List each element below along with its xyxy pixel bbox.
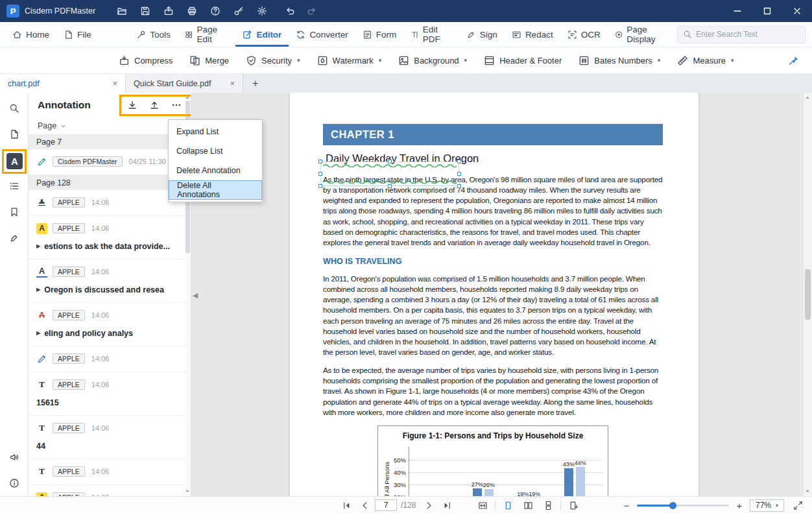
fit-width-button[interactable] [475, 497, 490, 513]
previous-page-button[interactable] [357, 497, 372, 513]
watermark-button[interactable]: Watermark▾ [309, 55, 390, 66]
menu-item-ocr[interactable]: OCR [560, 22, 608, 47]
selection-handle[interactable] [457, 184, 461, 188]
print-icon[interactable] [185, 4, 199, 18]
menu-item-collapse-list[interactable]: Collapse List [169, 141, 262, 161]
page-export-view-button[interactable] [566, 497, 581, 513]
collapse-panel-handle[interactable]: ◀ [191, 285, 199, 305]
annotation-list-item[interactable]: A APPLE 14:06 ▶estions to ask the data p… [29, 216, 191, 259]
redo-icon[interactable] [304, 4, 318, 18]
menu-item-tools[interactable]: Tools [129, 22, 178, 47]
tab-quick-start-guide-pdf[interactable]: Quick Start Guide.pdf × [125, 74, 243, 93]
bates-numbers-button[interactable]: Bates Numbers▾ [570, 55, 669, 66]
zoom-out-button[interactable]: − [622, 500, 631, 511]
menu-item-file[interactable]: File [56, 22, 99, 47]
document-scrollbar-thumb[interactable] [805, 269, 811, 320]
annotation-list-item[interactable]: T APPLE 14:06 15615 [29, 372, 191, 416]
zoom-slider[interactable] [637, 505, 729, 507]
selection-handle[interactable] [318, 184, 322, 188]
close-tab-icon[interactable]: × [112, 78, 117, 88]
selection-handle[interactable] [388, 160, 392, 163]
settings-gear-icon[interactable] [255, 4, 269, 18]
next-page-button[interactable] [421, 497, 436, 513]
annotation-list-item[interactable]: APPLE 14:06 [29, 346, 191, 372]
tab-chart-pdf[interactable]: chart.pdf × [0, 74, 125, 93]
expand-triangle-icon[interactable]: ▶ [36, 330, 40, 336]
zoom-level-select[interactable]: 77% ▾ [750, 499, 784, 512]
continuous-scroll-view-button[interactable] [540, 497, 556, 513]
annotation-list-item[interactable]: T APPLE 14:06 [29, 459, 191, 485]
new-tab-button[interactable]: + [243, 74, 267, 93]
open-file-icon[interactable] [115, 4, 129, 18]
scroll-down-arrow[interactable] [185, 490, 189, 494]
background-button[interactable]: Background▾ [390, 55, 475, 66]
page-group-header[interactable]: Page 7 1 [29, 134, 191, 149]
pin-toolbar-icon[interactable] [789, 55, 799, 66]
page-number-input[interactable] [375, 499, 397, 511]
two-page-view-button[interactable] [520, 497, 536, 513]
selection-handle[interactable] [318, 172, 322, 176]
scroll-down-arrow[interactable] [806, 490, 809, 494]
menu-item-delete-all-annotations[interactable]: Delete All Annotations [169, 180, 262, 200]
annotation-context-menu: Expand List Collapse List Delete Annotat… [168, 119, 263, 202]
menu-item-redact[interactable]: Redact [505, 22, 560, 47]
compress-button[interactable]: Compress [110, 55, 181, 66]
security-button[interactable]: Security▾ [237, 55, 309, 66]
expand-triangle-icon[interactable]: ▶ [36, 287, 40, 292]
window-controls [722, 0, 812, 22]
menu-item-editor[interactable]: Editor [235, 22, 289, 47]
first-page-button[interactable] [339, 497, 354, 513]
document-scrollbar[interactable] [804, 93, 812, 496]
annotation-list-item[interactable]: A APPLE 14:06 ▶Oregon is discussed and r… [29, 259, 191, 303]
sidebar-search-icon[interactable] [0, 97, 29, 120]
sidebar-thumbnails-icon[interactable] [0, 123, 29, 146]
read-aloud-speaker-icon[interactable] [0, 446, 29, 469]
annotation-list-item[interactable]: Cisdem PDFMaster 04/25 11:30 [29, 149, 191, 175]
menu-item-converter[interactable]: Converter [289, 22, 355, 47]
help-icon[interactable] [208, 4, 222, 18]
sidebar-list-icon[interactable] [0, 174, 29, 198]
info-icon[interactable] [0, 471, 29, 495]
merge-button[interactable]: Merge [181, 55, 237, 66]
bar-value-label: 44% [575, 460, 586, 466]
close-button[interactable] [782, 0, 812, 22]
selection-handle[interactable] [388, 184, 392, 188]
menu-item-sign[interactable]: Sign [459, 22, 505, 47]
selection-handle[interactable] [457, 160, 461, 163]
last-page-button[interactable] [439, 497, 455, 513]
undo-icon[interactable] [283, 4, 298, 18]
zoom-slider-thumb[interactable] [669, 502, 676, 509]
menu-item-expand-list[interactable]: Expand List [169, 122, 262, 141]
menu-item-edit-pdf[interactable]: Edit PDF [403, 22, 459, 47]
annotation-list-item[interactable]: T APPLE 14:06 44 [29, 416, 191, 459]
maximize-button[interactable] [752, 0, 782, 22]
menu-item-page-edit[interactable]: Page Edit [178, 22, 236, 47]
annotation-list-item[interactable]: APPLE 14:06 [29, 190, 191, 216]
annotation-list-item[interactable]: A APPLE 14:06 [29, 485, 191, 496]
menu-item-delete-annotation[interactable]: Delete Annotation [169, 161, 262, 180]
expand-triangle-icon[interactable]: ▶ [36, 243, 40, 249]
search-box[interactable] [677, 26, 806, 43]
share-icon[interactable] [161, 4, 176, 18]
zoom-in-button[interactable]: + [735, 500, 744, 511]
menu-item-page-display[interactable]: Page Display [608, 22, 677, 47]
selection-handle[interactable] [318, 160, 322, 163]
key-icon[interactable] [232, 4, 246, 18]
menu-item-home[interactable]: Home [5, 22, 56, 47]
sidebar-signature-icon[interactable] [0, 226, 29, 250]
header-footer-button[interactable]: Header & Footer [475, 55, 570, 66]
menu-item-form[interactable]: Form [355, 22, 404, 47]
close-tab-icon[interactable]: × [230, 78, 235, 88]
measure-button[interactable]: Measure▾ [669, 55, 742, 66]
single-page-view-button[interactable] [500, 497, 516, 513]
page-group-header[interactable]: Page 128 18 [29, 175, 191, 190]
annotation-list-item[interactable]: A APPLE 14:06 ▶eling and policy analys [29, 303, 191, 346]
fullscreen-button[interactable] [790, 497, 806, 513]
search-input[interactable] [696, 30, 800, 39]
sidebar-bookmark-icon[interactable] [0, 200, 29, 224]
annotation-selection-box[interactable] [320, 161, 459, 186]
selection-handle[interactable] [457, 172, 461, 176]
minimize-button[interactable] [722, 0, 752, 22]
scroll-up-arrow[interactable] [806, 95, 809, 99]
save-icon[interactable] [138, 4, 152, 18]
